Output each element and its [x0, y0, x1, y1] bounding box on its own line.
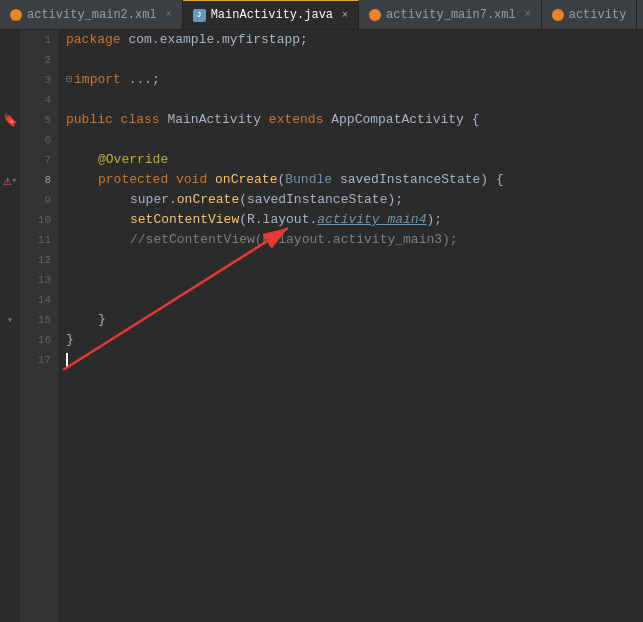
code-text: com.example.myfirstapp; — [128, 30, 307, 50]
comment-cursor: out.activity_main3); — [302, 230, 458, 250]
code-line-17 — [66, 350, 643, 370]
markers-column: 🔖 ⚠ ▾ ▾ — [0, 30, 20, 622]
code-line-8: protected void onCreate ( Bundle savedIn… — [66, 170, 643, 190]
class-name: MainActivity — [167, 110, 268, 130]
fold-import[interactable]: ⊟ — [66, 70, 72, 90]
close-brace-class: } — [66, 330, 74, 350]
method-name: onCreate — [215, 170, 277, 190]
marker-9 — [0, 190, 20, 210]
line-num-2: 2 — [29, 50, 51, 70]
code-line-3: ⊟ import ...; — [66, 70, 643, 90]
tab-label: activity — [569, 8, 627, 22]
tab-label: activity_main7.xml — [386, 8, 516, 22]
code-line-2 — [66, 50, 643, 70]
code-line-16: } — [66, 330, 643, 350]
code-line-1: package com.example.myfirstapp; — [66, 30, 643, 50]
xml-icon — [369, 9, 381, 21]
marker-14 — [0, 290, 20, 310]
line-num-4: 4 — [29, 90, 51, 110]
marker-2 — [0, 50, 20, 70]
marker-5: 🔖 — [0, 110, 20, 130]
code-paren-open: ( — [277, 170, 285, 190]
code-line-12 — [66, 250, 643, 270]
code-semi: ); — [426, 210, 442, 230]
param-type: Bundle — [285, 170, 340, 190]
close-icon[interactable]: × — [525, 9, 531, 20]
param-name: savedInstanceState) { — [340, 170, 504, 190]
marker-13 — [0, 270, 20, 290]
line-num-15: 15 — [29, 310, 51, 330]
line-num-3: 3 — [29, 70, 51, 90]
tab-mainactivity[interactable]: J MainActivity.java × — [183, 0, 359, 29]
tab-label: activity_main2.xml — [27, 8, 157, 22]
line-num-1: 1 — [29, 30, 51, 50]
marker-1 — [0, 30, 20, 50]
code-line-15: } — [66, 310, 643, 330]
fold-icon[interactable]: ▾ — [12, 175, 17, 186]
method-oncreate: onCreate — [177, 190, 239, 210]
line-num-13: 13 — [29, 270, 51, 290]
line-num-6: 6 — [29, 130, 51, 150]
error-icon: ⚠ — [3, 172, 11, 189]
line-num-9: 9 — [29, 190, 51, 210]
line-numbers: 1 2 3 4 5 6 7 8 9 10 11 12 13 14 15 16 1… — [20, 30, 58, 622]
line-num-8: 8 — [29, 170, 51, 190]
line-num-11: 11 — [29, 230, 51, 250]
code-editor[interactable]: package com.example.myfirstapp; ⊟ import… — [58, 30, 643, 622]
keyword-protected: protected — [98, 170, 176, 190]
keyword-void: void — [176, 170, 215, 190]
superclass: AppCompatActivity { — [331, 110, 479, 130]
tab-bar: activity_main2.xml × J MainActivity.java… — [0, 0, 643, 30]
marker-11 — [0, 230, 20, 250]
marker-4 — [0, 90, 20, 110]
keyword-package: package — [66, 30, 128, 50]
code-line-14 — [66, 290, 643, 310]
xml-icon — [10, 9, 22, 21]
close-icon[interactable]: × — [166, 9, 172, 20]
marker-17 — [0, 350, 20, 370]
keyword-import: import — [74, 70, 129, 90]
line-num-14: 14 — [29, 290, 51, 310]
tab-activity-main2[interactable]: activity_main2.xml × — [0, 0, 183, 29]
marker-16 — [0, 330, 20, 350]
line-num-12: 12 — [29, 250, 51, 270]
comment-line: //setContentView(R.lay — [130, 230, 302, 250]
code-line-9: super. onCreate (savedInstanceState); — [66, 190, 643, 210]
line-num-7: 7 — [29, 150, 51, 170]
marker-8: ⚠ ▾ — [0, 170, 20, 190]
marker-15: ▾ — [0, 310, 20, 330]
line-num-16: 16 — [29, 330, 51, 350]
layout-link: activity_main4 — [317, 210, 426, 230]
marker-12 — [0, 250, 20, 270]
code-ellipsis: ...; — [129, 70, 160, 90]
tab-activity-main7[interactable]: activity_main7.xml × — [359, 0, 542, 29]
close-icon[interactable]: × — [342, 10, 348, 21]
line-num-17: 17 — [29, 350, 51, 370]
close-brace-method: } — [98, 310, 106, 330]
marker-10 — [0, 210, 20, 230]
keyword-class: class — [121, 110, 168, 130]
code-args: (savedInstanceState); — [239, 190, 403, 210]
code-area: 🔖 ⚠ ▾ ▾ 1 2 3 4 5 6 7 8 9 10 11 12 13 — [0, 30, 643, 622]
fold-icon-2[interactable]: ▾ — [7, 314, 13, 326]
text-cursor — [66, 353, 68, 367]
code-line-6 — [66, 130, 643, 150]
keyword-extends: extends — [269, 110, 331, 130]
code-line-4 — [66, 90, 643, 110]
marker-7 — [0, 150, 20, 170]
marker-6 — [0, 130, 20, 150]
code-line-10: setContentView (R.layout. activity_main4… — [66, 210, 643, 230]
line-num-10: 10 — [29, 210, 51, 230]
code-r: (R.layout. — [239, 210, 317, 230]
tab-label: MainActivity.java — [211, 8, 333, 22]
marker-3 — [0, 70, 20, 90]
method-setcontentview: setContentView — [130, 210, 239, 230]
code-line-11: //setContentView(R.lay out.activity_main… — [66, 230, 643, 250]
tab-activity[interactable]: activity — [542, 0, 638, 29]
line-num-5: 5 — [29, 110, 51, 130]
code-line-7: @Override — [66, 150, 643, 170]
code-line-5: public class MainActivity extends AppCom… — [66, 110, 643, 130]
code-line-13 — [66, 270, 643, 290]
bookmark-icon: 🔖 — [3, 113, 18, 128]
java-icon: J — [193, 9, 206, 22]
